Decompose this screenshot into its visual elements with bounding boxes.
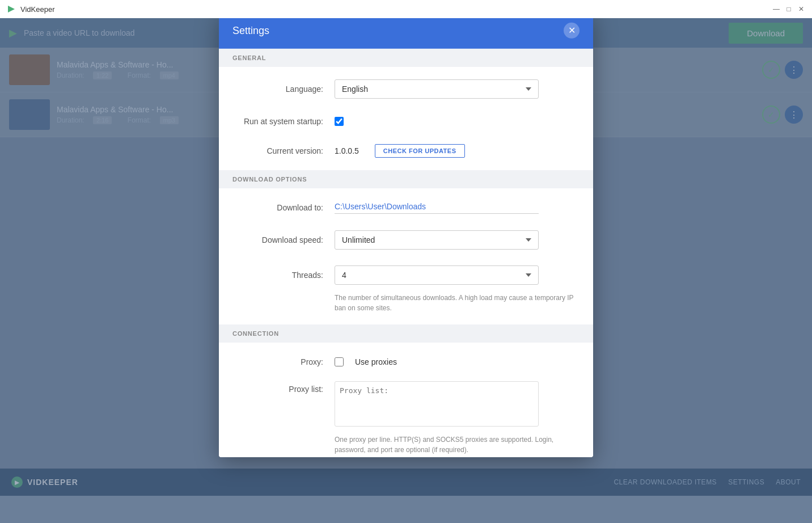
check-updates-button[interactable]: CHECK FOR UPDATES [375,144,465,158]
minimize-button[interactable]: — [772,5,780,13]
settings-dialog: Settings ✕ GENERAL Language: English Fre… [219,18,593,457]
version-value: 1.0.0.5 [335,146,359,155]
dialog-close-button[interactable]: ✕ [564,23,580,39]
titlebar-controls: — □ ✕ [772,5,805,13]
proxy-list-row: Proxy list: [219,377,593,435]
language-select[interactable]: English French German Spanish [335,79,539,99]
window-close-button[interactable]: ✕ [797,5,805,13]
proxy-checkbox[interactable] [335,357,344,366]
version-label: Current version: [232,146,323,155]
startup-control [335,117,580,126]
titlebar: VidKeeper — □ ✕ [0,0,812,18]
version-control: 1.0.0.5 CHECK FOR UPDATES [335,144,580,158]
general-section: Language: English French German Spanish … [219,67,593,170]
proxy-label: Proxy: [232,357,323,366]
svg-marker-0 [8,6,15,12]
titlebar-left: VidKeeper [7,5,54,14]
proxy-list-label: Proxy list: [232,381,323,394]
proxy-hint-text: One proxy per line. HTTP(S) and SOCKS5 p… [219,435,593,457]
dialog-header: Settings ✕ [219,18,593,49]
use-proxies-label: Use proxies [355,357,397,366]
app-logo-icon [7,5,16,14]
download-path-link[interactable]: C:\Users\User\Downloads [335,201,539,213]
version-row: Current version: 1.0.0.5 CHECK FOR UPDAT… [219,136,593,166]
app-background: ▶ Paste a video URL to download Download… [0,18,812,496]
download-to-row: Download to: C:\Users\User\Downloads [219,193,593,222]
language-label: Language: [232,85,323,94]
language-row: Language: English French German Spanish [219,71,593,107]
download-section: Download to: C:\Users\User\Downloads Dow… [219,188,593,324]
threads-row: Threads: 1 2 4 8 [219,258,593,293]
download-to-control: C:\Users\User\Downloads [335,201,580,213]
download-section-header: DOWNLOAD OPTIONS [219,170,593,188]
speed-label: Download speed: [232,235,323,244]
download-to-label: Download to: [232,203,323,212]
app-title: VidKeeper [20,5,54,14]
general-section-header: GENERAL [219,49,593,67]
dialog-body: GENERAL Language: English French German … [219,49,593,457]
speed-control: Unlimited 1 MB/s 2 MB/s 5 MB/s [335,230,580,250]
threads-control: 1 2 4 8 [335,265,580,285]
maximize-button[interactable]: □ [785,5,793,13]
connection-section-header: CONNECTION [219,324,593,343]
connection-section: Proxy: Use proxies Proxy list: One proxy… [219,343,593,457]
proxy-row: Proxy: Use proxies [219,347,593,377]
dialog-title: Settings [232,24,269,36]
startup-label: Run at system startup: [232,117,323,126]
startup-checkbox[interactable] [335,117,344,126]
threads-select[interactable]: 1 2 4 8 [335,265,539,285]
threads-hint: The number of simultaneous downloads. A … [219,293,593,320]
speed-select[interactable]: Unlimited 1 MB/s 2 MB/s 5 MB/s [335,230,539,250]
proxy-control: Use proxies [335,357,580,366]
proxy-list-control [335,381,580,427]
startup-row: Run at system startup: [219,107,593,136]
speed-row: Download speed: Unlimited 1 MB/s 2 MB/s … [219,222,593,258]
language-control: English French German Spanish [335,79,580,99]
threads-label: Threads: [232,271,323,280]
proxy-list-input[interactable] [335,381,539,427]
